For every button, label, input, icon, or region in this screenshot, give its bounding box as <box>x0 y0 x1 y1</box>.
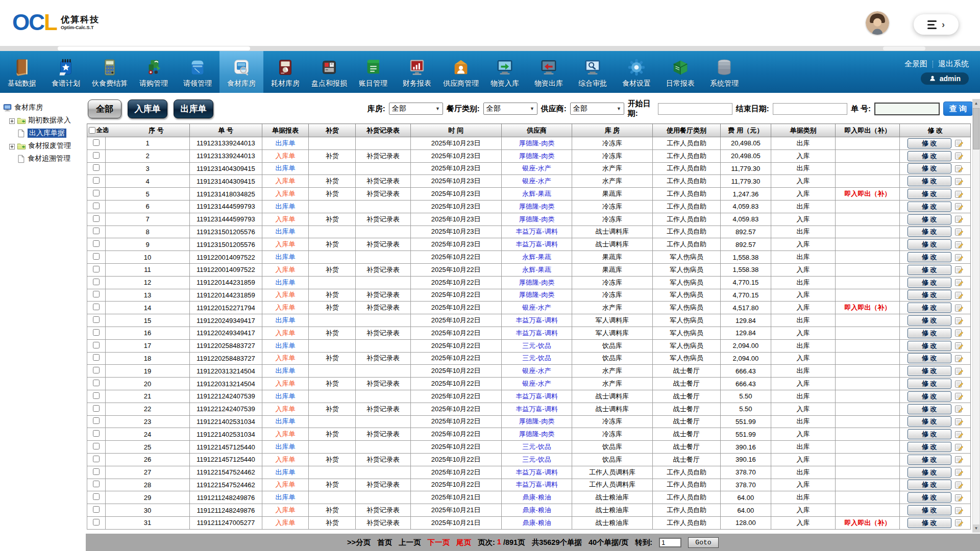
modify-button[interactable]: 修 改 <box>908 239 951 249</box>
bill-report-link[interactable]: 入库单 <box>262 378 309 390</box>
edit-note-icon[interactable] <box>954 278 963 287</box>
bill-report-link[interactable]: 出库单 <box>262 441 309 454</box>
expand-plus-icon[interactable] <box>9 117 15 123</box>
supplier-link[interactable]: 永辉-果蔬 <box>501 263 572 276</box>
supplier-select[interactable]: 全部▼ <box>570 103 624 115</box>
row-checkbox[interactable] <box>93 177 100 184</box>
bill-report-link[interactable]: 出库单 <box>262 314 309 327</box>
bill-report-link[interactable]: 入库单 <box>262 504 309 517</box>
supplier-link[interactable]: 厚德隆-肉类 <box>501 200 572 213</box>
supplier-link[interactable]: 厚德隆-肉类 <box>501 213 572 226</box>
nav-item-account-mgmt[interactable]: 账目管理 <box>351 51 395 93</box>
edit-note-icon[interactable] <box>954 518 963 527</box>
bill-report-link[interactable]: 入库单 <box>262 479 309 491</box>
supplier-link[interactable]: 厚德隆-肉类 <box>501 137 572 150</box>
last-page-link[interactable]: 尾页 <box>456 538 471 547</box>
bill-report-link[interactable]: 出库单 <box>262 276 309 289</box>
supplier-link[interactable]: 银座-水产 <box>501 302 572 314</box>
expand-plus-icon[interactable] <box>9 143 15 148</box>
supplier-link[interactable]: 丰益万嘉-调料 <box>501 466 572 479</box>
nav-item-supplier-mgmt[interactable]: 供应商管理 <box>439 51 483 93</box>
bill-report-link[interactable]: 入库单 <box>262 213 309 226</box>
modify-button[interactable]: 修 改 <box>908 189 951 199</box>
supplier-link[interactable]: 银座-水产 <box>501 162 572 175</box>
bill-report-link[interactable]: 出库单 <box>262 137 309 150</box>
goto-button[interactable]: Goto <box>688 537 719 548</box>
replenish-record-link[interactable]: 补货记录表 <box>356 149 410 162</box>
replenish-record-link[interactable] <box>356 200 410 213</box>
paging-link[interactable]: >>分页 <box>347 538 371 547</box>
tree-root-food-storeroom[interactable]: 食材库房 <box>3 101 86 114</box>
edit-note-icon[interactable] <box>954 455 963 464</box>
supplier-link[interactable]: 永辉-果蔬 <box>501 251 572 264</box>
modify-button[interactable]: 修 改 <box>908 202 951 212</box>
nav-item-approval[interactable]: 综合审批 <box>571 51 615 93</box>
modify-button[interactable]: 修 改 <box>908 379 951 389</box>
supplier-link[interactable]: 丰益万嘉-调料 <box>501 226 572 238</box>
row-checkbox[interactable] <box>93 266 100 272</box>
bill-report-link[interactable]: 入库单 <box>262 453 309 466</box>
edit-note-icon[interactable] <box>954 190 963 198</box>
bill-no-input[interactable] <box>874 103 940 115</box>
replenish-record-link[interactable]: 补货记录表 <box>356 504 410 517</box>
bill-report-link[interactable]: 出库单 <box>262 466 309 479</box>
modify-button[interactable]: 修 改 <box>908 163 951 173</box>
row-checkbox[interactable] <box>93 240 100 247</box>
nav-item-purchase-mgmt[interactable]: 请购管理 <box>132 51 176 93</box>
bill-report-link[interactable]: 出库单 <box>262 162 309 175</box>
modify-button[interactable]: 修 改 <box>908 341 951 351</box>
supplier-link[interactable]: 丰益万嘉-调料 <box>501 403 572 415</box>
user-avatar[interactable] <box>866 11 889 35</box>
edit-note-icon[interactable] <box>954 367 963 375</box>
nav-item-requisition-mgmt[interactable]: 请领管理 <box>176 51 219 93</box>
modify-button[interactable]: 修 改 <box>908 290 951 300</box>
replenish-record-link[interactable] <box>356 276 410 289</box>
bill-report-link[interactable]: 入库单 <box>262 149 309 162</box>
row-checkbox[interactable] <box>93 417 100 424</box>
row-checkbox[interactable] <box>93 203 100 209</box>
edit-note-icon[interactable] <box>954 392 963 400</box>
replenish-record-link[interactable]: 补货记录表 <box>356 453 410 466</box>
replenish-record-link[interactable]: 补货记录表 <box>356 327 410 339</box>
row-checkbox[interactable] <box>93 481 100 487</box>
edit-note-icon[interactable] <box>954 481 963 489</box>
tree-item-食材追溯管理[interactable]: 食材追溯管理 <box>3 152 86 165</box>
replenish-record-link[interactable] <box>356 365 410 378</box>
nav-item-goods-out[interactable]: 物资出库 <box>527 51 571 93</box>
filter-inbound-button[interactable]: 入库单 <box>128 99 167 118</box>
row-checkbox[interactable] <box>93 456 100 462</box>
supplier-link[interactable]: 丰益万嘉-调料 <box>501 314 572 327</box>
edit-note-icon[interactable] <box>954 253 963 262</box>
row-checkbox[interactable] <box>93 164 100 171</box>
nav-item-consumable-storeroom[interactable]: 耗材库房 <box>263 51 307 93</box>
row-checkbox[interactable] <box>93 342 100 348</box>
warehouse-select[interactable]: 全部▼ <box>389 103 443 115</box>
nav-item-daily-report[interactable]: 日常报表 <box>658 51 702 93</box>
row-checkbox[interactable] <box>93 304 100 310</box>
select-all-checkbox[interactable] <box>89 127 95 134</box>
replenish-record-link[interactable] <box>356 415 410 428</box>
modify-button[interactable]: 修 改 <box>908 480 951 490</box>
bill-report-link[interactable]: 出库单 <box>262 226 309 238</box>
modify-button[interactable]: 修 改 <box>908 353 951 363</box>
replenish-record-link[interactable]: 补货记录表 <box>356 403 410 415</box>
row-checkbox[interactable] <box>93 506 100 513</box>
modify-button[interactable]: 修 改 <box>908 138 951 148</box>
edit-note-icon[interactable] <box>954 202 963 211</box>
bill-report-link[interactable]: 入库单 <box>262 289 309 302</box>
bill-report-link[interactable]: 出库单 <box>262 365 309 378</box>
row-checkbox[interactable] <box>93 493 100 500</box>
replenish-record-link[interactable]: 补货记录表 <box>356 479 410 491</box>
row-checkbox[interactable] <box>93 329 100 336</box>
edit-note-icon[interactable] <box>954 304 963 312</box>
replenish-record-link[interactable]: 补货记录表 <box>356 516 410 529</box>
bill-report-link[interactable]: 出库单 <box>262 390 309 403</box>
edit-note-icon[interactable] <box>954 265 963 274</box>
replenish-record-link[interactable] <box>356 162 410 175</box>
bill-report-link[interactable]: 出库单 <box>262 251 309 264</box>
row-checkbox[interactable] <box>93 380 100 386</box>
scroll-thumb[interactable] <box>973 108 979 149</box>
prev-page-link[interactable]: 上一页 <box>399 538 421 547</box>
replenish-record-link[interactable]: 补货记录表 <box>356 188 410 201</box>
bill-report-link[interactable]: 入库单 <box>262 238 309 251</box>
